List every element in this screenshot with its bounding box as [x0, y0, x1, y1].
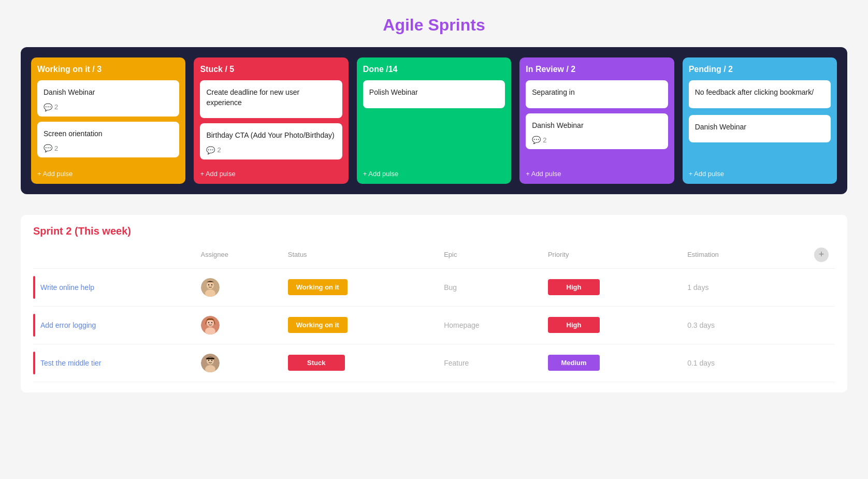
svg-rect-15 [206, 358, 214, 359]
board-column-pending: Pending / 2No feedback after clicking bo… [683, 57, 837, 184]
svg-point-1 [207, 282, 214, 289]
board-card[interactable]: No feedback after clicking bookmark/ [689, 80, 831, 110]
table-row: Write online help Working on itBugHigh1 … [33, 268, 835, 306]
col-header-status: Status [282, 248, 438, 269]
board-card[interactable]: Danish Webinar💬2 [526, 113, 668, 150]
card-meta: 💬2 [44, 103, 173, 111]
col-header-epic: Epic [438, 248, 542, 269]
priority-cell: High [542, 306, 681, 344]
board-card[interactable]: Danish Webinar [689, 115, 831, 143]
comment-icon: 💬 [44, 103, 52, 111]
add-pulse-working[interactable]: + Add pulse [37, 165, 179, 178]
svg-point-3 [208, 284, 209, 285]
estimation-cell: 0.3 days [681, 306, 776, 344]
card-title: Danish Webinar [44, 88, 173, 98]
col-header-done: Done /14 [363, 65, 505, 74]
board-card[interactable]: Create deadline for new user experience [200, 80, 342, 118]
card-title: Screen orientation [44, 129, 173, 139]
status-cell: Working on it [282, 268, 438, 306]
card-title: Create deadline for new user experience [206, 88, 336, 108]
add-pulse-pending[interactable]: + Add pulse [689, 165, 831, 178]
task-name-link[interactable]: Add error logging [40, 321, 96, 329]
board-column-working: Working on it / 3Danish Webinar💬2Screen … [31, 57, 185, 184]
priority-badge[interactable]: High [548, 317, 600, 333]
epic-cell: Bug [438, 268, 542, 306]
board-column-done: Done /14Polish Webinar+ Add pulse [357, 57, 511, 184]
priority-badge[interactable]: High [548, 279, 600, 295]
board-column-stuck: Stuck / 5Create deadline for new user ex… [194, 57, 348, 184]
board-card[interactable]: Birthday CTA (Add Your Photo/Birthday)💬2 [200, 123, 342, 159]
task-border [33, 314, 35, 337]
sprint-title: Sprint 2 (This week) [33, 225, 835, 237]
avatar [201, 278, 220, 297]
task-name-link[interactable]: Test the middle tier [40, 359, 102, 367]
assignee-cell [195, 268, 282, 306]
comment-icon: 💬 [532, 136, 541, 144]
task-border [33, 276, 35, 299]
add-pulse-stuck[interactable]: + Add pulse [200, 165, 342, 178]
page-title: Agile Sprints [21, 16, 847, 35]
board-card[interactable]: Danish Webinar💬2 [37, 80, 179, 117]
estimation-cell: 0.1 days [681, 344, 776, 382]
card-title: No feedback after clicking bookmark/ [695, 88, 824, 98]
col-header-stuck: Stuck / 5 [200, 65, 342, 74]
priority-badge[interactable]: Medium [548, 355, 600, 371]
add-column-button[interactable]: + [814, 248, 829, 262]
card-meta: 💬2 [532, 136, 661, 144]
card-title: Danish Webinar [532, 121, 661, 131]
svg-point-8 [208, 322, 209, 323]
col-header-priority: Priority [542, 248, 681, 269]
estimation-cell: 1 days [681, 268, 776, 306]
col-header-pending: Pending / 2 [689, 65, 831, 74]
sprint-table: Assignee Status Epic Priority Estimation… [33, 248, 835, 382]
priority-cell: High [542, 268, 681, 306]
comment-count: 2 [217, 146, 221, 154]
svg-point-4 [211, 284, 212, 285]
status-badge[interactable]: Working on it [288, 279, 348, 295]
priority-cell: Medium [542, 344, 681, 382]
card-title: Polish Webinar [369, 88, 499, 98]
board-column-review: In Review / 2Separating inDanish Webinar… [519, 57, 674, 184]
task-border [33, 352, 35, 374]
card-title: Separating in [532, 88, 661, 98]
assignee-cell [195, 306, 282, 344]
status-badge[interactable]: Stuck [288, 355, 345, 371]
comment-icon: 💬 [44, 144, 52, 152]
avatar [201, 316, 220, 335]
status-cell: Stuck [282, 344, 438, 382]
status-badge[interactable]: Working on it [288, 317, 348, 333]
comment-count: 2 [54, 103, 58, 111]
card-meta: 💬2 [44, 144, 173, 152]
table-row: Add error logging Working on itHomepageH… [33, 306, 835, 344]
epic-cell: Feature [438, 344, 542, 382]
avatar [201, 354, 220, 372]
task-cell: Write online help [33, 268, 195, 306]
col-header-working: Working on it / 3 [37, 65, 179, 74]
svg-point-13 [208, 360, 209, 361]
card-meta: 💬2 [206, 146, 336, 154]
empty-cell [776, 306, 835, 344]
card-title: Birthday CTA (Add Your Photo/Birthday) [206, 130, 336, 141]
col-header-review: In Review / 2 [526, 65, 668, 74]
card-title: Danish Webinar [695, 122, 824, 133]
comment-count: 2 [54, 144, 58, 152]
svg-point-14 [211, 360, 212, 361]
board-card[interactable]: Separating in [526, 80, 668, 108]
col-header-add: + [776, 248, 835, 269]
sprint-section: Sprint 2 (This week) Assignee Status Epi… [21, 215, 847, 393]
assignee-cell [195, 344, 282, 382]
add-pulse-done[interactable]: + Add pulse [363, 165, 505, 178]
task-cell: Add error logging [33, 306, 195, 344]
board-card[interactable]: Polish Webinar [363, 80, 505, 108]
task-cell: Test the middle tier [33, 344, 195, 382]
status-cell: Working on it [282, 306, 438, 344]
epic-cell: Homepage [438, 306, 542, 344]
add-pulse-review[interactable]: + Add pulse [526, 165, 668, 178]
task-name-link[interactable]: Write online help [40, 283, 94, 292]
board-card[interactable]: Screen orientation💬2 [37, 122, 179, 158]
svg-point-6 [207, 320, 214, 327]
svg-point-9 [211, 322, 212, 323]
col-header-estimation: Estimation [681, 248, 776, 269]
comment-count: 2 [543, 136, 546, 144]
col-header-task [33, 248, 195, 269]
